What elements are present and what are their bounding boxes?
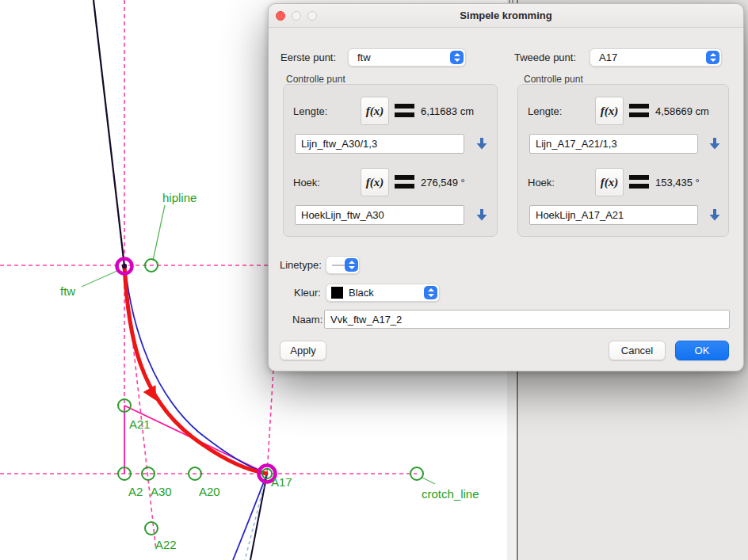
control2-group-label: Controlle punt bbox=[524, 74, 583, 85]
simple-curve-dialog: Simpele kromming Eerste punt: ftw Tweede… bbox=[268, 3, 744, 371]
ok-button[interactable]: OK bbox=[675, 341, 729, 360]
stepper-icon bbox=[706, 51, 719, 64]
second-point-label: Tweede punt: bbox=[514, 51, 576, 63]
control1-angle-value: 276,549 ° bbox=[421, 177, 465, 189]
dialog-titlebar[interactable]: Simpele kromming bbox=[269, 4, 743, 28]
first-point-label: Eerste punt: bbox=[280, 51, 336, 63]
first-point-value: ftw bbox=[349, 51, 450, 63]
a20-label[interactable]: A20 bbox=[199, 485, 220, 498]
hipline-label[interactable]: hipline bbox=[162, 191, 197, 204]
a17-label[interactable]: A17 bbox=[271, 475, 292, 489]
a21-label[interactable]: A21 bbox=[129, 417, 151, 431]
equals-icon bbox=[629, 174, 649, 189]
a22-point[interactable] bbox=[145, 522, 158, 535]
formula-fx-button[interactable]: f(x) bbox=[361, 168, 389, 196]
hipline-label-connector bbox=[153, 205, 165, 261]
expand-formula-icon[interactable] bbox=[476, 208, 487, 221]
naam-input[interactable] bbox=[324, 310, 730, 329]
line-style-sample-icon bbox=[332, 265, 345, 266]
equals-icon bbox=[395, 174, 414, 189]
control1-groupbox: Lengte: f(x) 6,11683 cm Hoek: f(x) 276,5… bbox=[283, 84, 498, 237]
first-point-select[interactable]: ftw bbox=[348, 48, 466, 67]
a30-label[interactable]: A30 bbox=[151, 485, 172, 498]
equals-icon bbox=[395, 103, 414, 118]
stepper-icon bbox=[345, 258, 358, 272]
kleur-value: Black bbox=[343, 287, 424, 299]
kleur-label: Kleur: bbox=[294, 287, 321, 299]
stepper-icon bbox=[424, 286, 437, 299]
selected-curve[interactable] bbox=[124, 267, 266, 474]
naam-label: Naam: bbox=[292, 314, 322, 326]
control2-groupbox: Lengte: f(x) 4,58669 cm Hoek: f(x) 153,4… bbox=[517, 84, 729, 237]
expand-formula-icon[interactable] bbox=[709, 137, 720, 150]
application-window: hipline ftw A21 A2 A30 A20 A17 crotch_li… bbox=[0, 0, 748, 560]
blue-curve bbox=[125, 267, 267, 474]
control1-angle-label: Hoek: bbox=[293, 177, 320, 189]
apply-button[interactable]: Apply bbox=[280, 341, 326, 360]
control2-angle-value: 153,435 ° bbox=[655, 177, 700, 189]
control2-length-label: Lengte: bbox=[528, 105, 562, 117]
second-point-select[interactable]: A17 bbox=[590, 48, 722, 67]
linetype-label: Linetype: bbox=[280, 259, 322, 271]
a2-label[interactable]: A2 bbox=[128, 485, 143, 498]
color-swatch-black bbox=[331, 287, 343, 299]
crotch-label-connector bbox=[421, 477, 435, 484]
control1-length-formula-input[interactable] bbox=[295, 134, 464, 154]
vertical-guide-a17 bbox=[267, 370, 273, 474]
cancel-button[interactable]: Cancel bbox=[609, 341, 666, 360]
control1-length-value: 6,11683 cm bbox=[421, 105, 474, 117]
ftw-center-dot bbox=[122, 264, 127, 269]
linetype-select[interactable] bbox=[326, 256, 360, 274]
dialog-title: Simpele kromming bbox=[269, 10, 743, 21]
light-blue-dashed-line bbox=[245, 474, 267, 560]
ftw-label[interactable]: ftw bbox=[60, 284, 75, 298]
control2-length-formula-input[interactable] bbox=[529, 134, 698, 154]
blue-curve-lower bbox=[233, 474, 267, 560]
second-point-value: A17 bbox=[590, 51, 706, 63]
expand-formula-icon[interactable] bbox=[476, 137, 487, 150]
stepper-icon bbox=[450, 51, 464, 64]
control2-angle-label: Hoek: bbox=[528, 177, 555, 189]
a22-label[interactable]: A22 bbox=[155, 538, 177, 551]
formula-fx-button[interactable]: f(x) bbox=[595, 97, 624, 125]
base-line-bottom bbox=[250, 474, 267, 560]
control2-angle-formula-input[interactable] bbox=[529, 205, 698, 225]
formula-fx-button[interactable]: f(x) bbox=[595, 168, 624, 196]
ftw-label-connector bbox=[82, 270, 119, 287]
equals-icon bbox=[629, 103, 649, 118]
formula-fx-button[interactable]: f(x) bbox=[361, 97, 389, 125]
control1-group-label: Controlle punt bbox=[286, 74, 345, 85]
base-line-top bbox=[94, 0, 124, 266]
control2-length-value: 4,58669 cm bbox=[655, 105, 709, 117]
control1-length-label: Lengte: bbox=[293, 105, 327, 117]
expand-formula-icon[interactable] bbox=[709, 208, 720, 221]
control1-angle-formula-input[interactable] bbox=[295, 205, 464, 225]
kleur-select[interactable]: Black bbox=[326, 284, 440, 302]
crotch-line-label[interactable]: crotch_line bbox=[422, 487, 479, 501]
